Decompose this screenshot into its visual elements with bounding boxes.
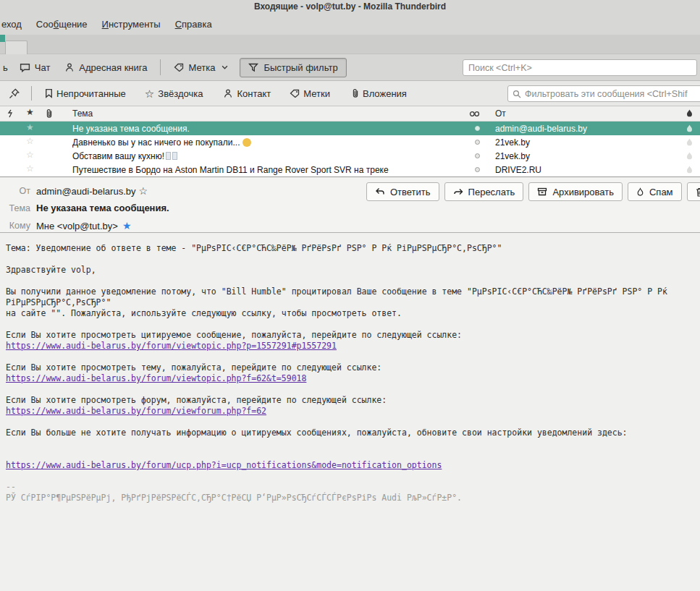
message-list: ★Не указана тема сообщения.admin@audi-be… [0,122,700,177]
menu-item[interactable]: Сообщение [36,19,88,30]
to-value: Мне <volp@tut.by>★ [36,220,131,231]
junk-flame-icon[interactable] [686,124,693,133]
body-line [6,319,700,330]
junk-button[interactable]: Спам [628,182,682,201]
global-search-input[interactable] [463,59,697,76]
filter-tags-button[interactable]: Метки [290,88,330,99]
tag-icon [174,63,184,72]
message-filter-input[interactable] [525,89,700,99]
row-star-icon[interactable]: ☆ [26,150,34,160]
body-line: Если Вы больше не хотите получать информ… [6,428,700,438]
body-link[interactable]: https://www.audi-belarus.by/forum/viewfo… [6,406,266,416]
star-column-icon[interactable]: ★ [26,107,34,117]
quick-filter-toggle-button[interactable]: Быстрый фильтр [240,58,346,77]
message-body: Тема: Уведомление об ответе в теме - "Рµ… [0,233,700,591]
body-line [6,352,700,362]
trash-icon [696,187,700,197]
chat-button[interactable]: Чат [15,59,55,76]
read-indicator[interactable] [475,153,480,158]
missing-glyph-box [166,152,171,160]
archive-button[interactable]: Архивировать [528,182,623,201]
star-icon: ☆ [145,89,154,98]
reply-arrow-icon [375,187,385,196]
tag-icon [290,89,300,98]
tag-button[interactable]: Метка [169,59,232,76]
body-line: Если Вы хотите просмотреть форум, пожалу… [6,395,700,406]
attachment-column-icon[interactable] [46,109,53,119]
row-subject: Обставим вашу кухню! [72,151,177,161]
message-row[interactable]: ★Не указана тема сообщения.admin@audi-be… [0,122,700,135]
forward-button[interactable]: Переслать [444,182,524,201]
to-label: Кому [3,221,30,231]
junk-column-icon[interactable] [686,109,693,118]
message-row[interactable]: ☆Давненько вы у нас ничего не покупали..… [0,135,700,149]
body-line-link: https://www.audi-belarus.by/forum/viewfo… [6,406,700,417]
tab-stub[interactable] [5,41,28,54]
row-from: DRIVE2.RU [495,165,541,175]
body-line-link: https://www.audi-belarus.by/forum/viewto… [6,341,700,352]
column-header-from[interactable]: От [495,109,506,119]
body-line: Здравствуйте volp, [6,265,700,276]
person-icon [64,62,75,72]
message-row[interactable]: ☆Обставим вашу кухню!21vek.by [0,149,700,163]
person-icon [223,88,233,98]
column-header-subject[interactable]: Тема [72,109,93,119]
thunderbird-window: Входящие - volp@tut.by - Mozilla Thunder… [0,0,700,591]
read-indicator[interactable] [475,167,480,172]
body-line: на сайте "". Пожалуйста, используйте сле… [6,308,700,319]
filter-unread-button[interactable]: Непрочитанные [45,88,126,99]
junk-flame-icon[interactable] [686,151,693,161]
body-line: -- [6,482,700,493]
sticky-pin-icon[interactable] [9,88,20,99]
body-line [6,276,700,286]
body-line: РіРµРЅРµСЂР°С‚РѕСЂР°" [6,297,700,308]
chat-bubble-icon [20,63,30,72]
filter-separator [31,86,32,101]
filter-contact-button[interactable]: Контакт [223,88,271,99]
delete-button[interactable]: Уда [687,182,700,201]
from-star-icon[interactable]: ☆ [139,185,148,197]
junk-flame-icon[interactable] [686,165,693,174]
active-tab-fragment[interactable] [0,35,5,42]
junk-flame-icon[interactable] [686,137,693,147]
body-link[interactable]: https://www.audi-belarus.by/forum/ucp.ph… [6,460,442,470]
body-line: РЎ СѓРІР°Р¶РµРЅРёРµРј, РђРґРјРёРЅРёСЃС‚С… [6,493,700,503]
read-column-icon[interactable] [469,111,480,117]
thread-list-header: ★ Тема От [0,106,700,122]
body-line: Тема: Уведомление об ответе в теме - "Рµ… [6,243,700,254]
menu-item[interactable]: Справка [175,19,212,30]
reply-button[interactable]: Ответить [366,182,439,201]
filter-starred-button[interactable]: ☆ Звёздочка [145,88,203,99]
read-indicator[interactable] [475,126,480,131]
body-link[interactable]: https://www.audi-belarus.by/forum/viewto… [6,373,306,383]
flame-icon [636,187,644,197]
thinking-face-emoji [243,138,251,147]
address-book-button[interactable]: Адресная книга [60,59,151,76]
filter-attachments-button[interactable]: Вложения [352,88,407,99]
menu-item[interactable]: еход [1,19,22,30]
paperclip-icon [352,88,359,98]
forward-arrow-icon [453,188,463,195]
row-subject: Давненько вы у нас ничего не покупали... [72,137,251,148]
body-line: Если Вы хотите просмотреть цитируемое со… [6,330,700,341]
menu-item[interactable]: Инструменты [102,19,161,30]
row-star-icon[interactable]: ☆ [26,163,34,174]
thread-column-icon[interactable] [7,109,13,118]
truncated-write-button[interactable]: ь [3,62,8,73]
menu-bar: еходСообщениеИнструментыСправка [0,13,700,35]
body-link[interactable]: https://www.audi-belarus.by/forum/viewto… [6,341,337,351]
body-line [6,254,700,265]
subject-label: Тема [3,203,30,213]
row-star-icon[interactable]: ★ [26,122,34,132]
to-star-icon[interactable]: ★ [122,220,132,231]
chevron-down-icon [222,65,228,69]
message-row[interactable]: ☆Путешествие в Бордо на Aston Martin DB1… [0,163,700,177]
window-title: Входящие - volp@tut.by - Mozilla Thunder… [254,1,446,12]
body-line-link: https://www.audi-belarus.by/forum/viewto… [6,373,700,384]
bookmark-icon [45,88,53,98]
body-line-link: https://www.audi-belarus.by/forum/ucp.ph… [6,460,700,471]
subject-value: Не указана тема сообщения. [36,203,169,213]
from-label: От [3,186,30,196]
read-indicator[interactable] [475,140,480,145]
row-star-icon[interactable]: ☆ [26,136,34,146]
